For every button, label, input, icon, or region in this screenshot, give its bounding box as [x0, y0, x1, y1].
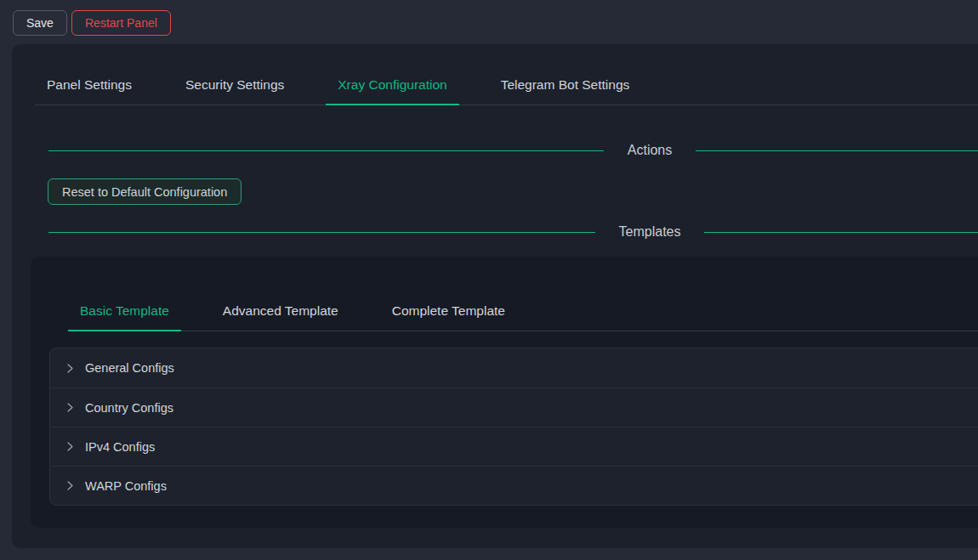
divider-line — [48, 232, 595, 233]
settings-card: Panel Settings Security Settings Xray Co… — [12, 44, 978, 548]
tab-complete-template[interactable]: Complete Template — [380, 291, 517, 331]
chevron-right-icon — [65, 363, 76, 374]
accordion-item-warp-configs[interactable]: WARP Configs — [50, 466, 978, 505]
settings-tab-bar: Panel Settings Security Settings Xray Co… — [35, 65, 978, 105]
restart-panel-button[interactable]: Restart Panel — [71, 10, 171, 36]
divider-line — [704, 232, 978, 233]
accordion-item-general-configs[interactable]: General Configs — [50, 348, 978, 387]
templates-divider: Templates — [12, 223, 978, 241]
tab-xray-configuration[interactable]: Xray Configuration — [326, 65, 458, 105]
tab-panel-settings[interactable]: Panel Settings — [35, 65, 144, 105]
reset-to-default-button[interactable]: Reset to Default Configuration — [48, 178, 242, 205]
tab-advanced-template[interactable]: Advanced Template — [211, 291, 350, 331]
tab-basic-template[interactable]: Basic Template — [68, 291, 181, 331]
accordion-item-ipv4-configs[interactable]: IPv4 Configs — [50, 427, 978, 466]
chevron-right-icon — [65, 441, 76, 452]
templates-divider-title: Templates — [619, 224, 681, 240]
accordion-item-label: IPv4 Configs — [85, 440, 155, 454]
accordion-item-label: WARP Configs — [85, 479, 167, 493]
template-config-accordion: General Configs Country Configs IPv4 Con… — [49, 348, 978, 506]
divider-line — [696, 150, 978, 151]
actions-divider: Actions — [12, 141, 978, 160]
top-action-bar: Save Restart Panel — [0, 0, 978, 44]
accordion-item-country-configs[interactable]: Country Configs — [50, 387, 978, 427]
template-tab-bar: Basic Template Advanced Template Complet… — [68, 257, 978, 331]
accordion-item-label: General Configs — [85, 361, 174, 375]
tab-security-settings[interactable]: Security Settings — [173, 65, 296, 105]
tab-telegram-bot-settings[interactable]: Telegram Bot Settings — [489, 65, 642, 105]
actions-divider-title: Actions — [628, 143, 672, 158]
accordion-item-label: Country Configs — [85, 401, 173, 415]
save-button[interactable]: Save — [13, 10, 67, 36]
chevron-right-icon — [65, 480, 76, 491]
templates-card: Basic Template Advanced Template Complet… — [31, 257, 978, 528]
divider-line — [48, 150, 604, 151]
chevron-right-icon — [65, 402, 76, 413]
